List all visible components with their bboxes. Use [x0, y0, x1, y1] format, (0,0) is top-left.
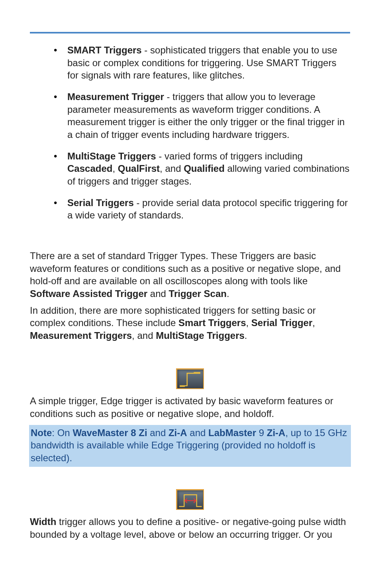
- bullet-multistage-triggers: MultiStage Triggers - varied forms of tr…: [58, 150, 350, 188]
- trigger-type-list: SMART Triggers - sophisticated triggers …: [30, 44, 350, 222]
- document-page: SMART Triggers - sophisticated triggers …: [0, 0, 380, 588]
- note-box: Note: On WaveMaster 8 Zi and Zi-A and La…: [29, 425, 351, 467]
- para-edge-trigger: A simple trigger, Edge trigger is activa…: [30, 395, 350, 420]
- width-icon-container: [30, 489, 350, 513]
- page-content: SMART Triggers - sophisticated triggers …: [30, 44, 350, 541]
- para-sophisticated-triggers: In addition, there are more sophisticate…: [30, 304, 350, 342]
- para-width-trigger: Width trigger allows you to define a pos…: [30, 515, 350, 541]
- bullet-serial-triggers: Serial Triggers - provide serial data pr…: [58, 197, 350, 222]
- header-divider: [30, 32, 350, 33]
- bullet-measurement-trigger: Measurement Trigger - triggers that allo…: [58, 90, 350, 141]
- edge-trigger-icon: [176, 368, 204, 389]
- note-wavemaster: Note: On WaveMaster 8 Zi and Zi-A and La…: [31, 427, 349, 464]
- para-trigger-types: There are a set of standard Trigger Type…: [30, 250, 350, 300]
- width-trigger-icon: [176, 489, 204, 510]
- bullet-smart-triggers: SMART Triggers - sophisticated triggers …: [58, 44, 350, 82]
- edge-icon-container: [30, 368, 350, 392]
